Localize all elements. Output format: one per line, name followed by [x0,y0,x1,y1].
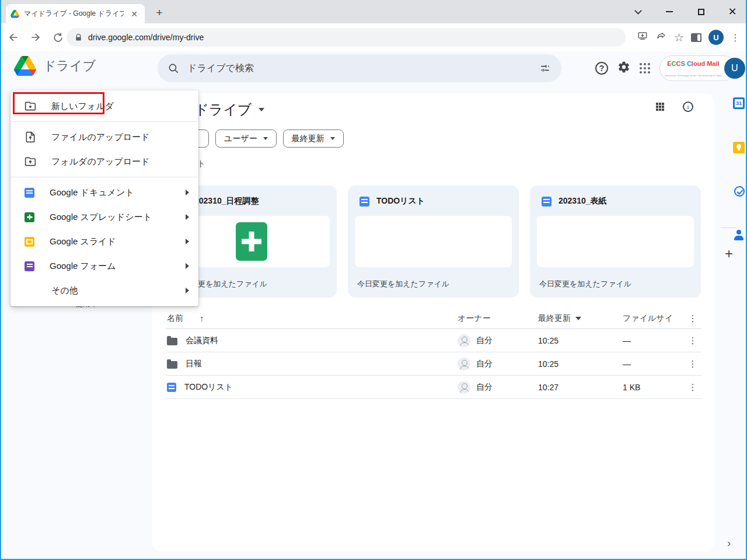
docs-icon [359,197,369,206]
card-thumbnail [355,216,512,267]
column-owner[interactable]: オーナー [458,313,491,324]
filter-chip-people[interactable]: ユーザー [215,130,277,148]
suggested-card[interactable]: 202310_表紙 今日変更を加えたファイル [530,186,701,298]
settings-gear-icon[interactable] [617,61,630,76]
row-more-icon[interactable]: ⋮ [687,382,699,393]
tab-close-icon[interactable]: ✕ [128,9,140,19]
submenu-arrow-icon [186,214,189,220]
account-brand: ECCS Cloud Mail Information Technology C… [665,58,722,78]
chrome-menu-icon[interactable]: ⋮ [731,32,740,43]
menu-item-google-forms[interactable]: Google フォーム [11,254,198,278]
forward-icon[interactable] [26,27,46,47]
google-apps-icon[interactable] [640,63,650,74]
table-row[interactable]: 日報 自分 10:25 — ⋮ [166,352,701,376]
install-icon[interactable] [637,31,648,44]
sheets-icon [25,212,34,222]
info-icon[interactable]: i [683,102,693,112]
column-name[interactable]: 名前↑ [166,313,204,324]
new-tab-button[interactable]: + [153,7,166,20]
table-row[interactable]: 会議資料 自分 10:25 — ⋮ [166,329,701,352]
drive-logo-text: ドライブ [43,57,96,75]
menu-divider [11,121,198,122]
collapse-panel-icon[interactable]: › [727,537,731,550]
drive-favicon-icon [11,10,19,18]
docs-icon [25,188,34,198]
keep-icon[interactable] [733,142,745,153]
new-menu: 新しいフォルダ ファイルのアップロード フォルダのアップロード Google ド… [11,90,198,306]
url-bar[interactable]: drive.google.com/drive/my-drive [67,28,626,47]
file-upload-icon [25,131,36,143]
title-dropdown-icon[interactable] [259,108,264,111]
docs-icon [167,383,176,392]
suggested-card[interactable]: TODOリスト 今日変更を加えたファイル [348,186,519,298]
calendar-icon[interactable]: 31 [733,97,745,109]
back-icon[interactable] [4,27,23,47]
browser-window: マイドライブ - Google ドライブ ✕ + ✕ drive.google.… [0,0,747,560]
contacts-icon[interactable] [733,229,745,241]
header-more-icon[interactable]: ⋮ [687,313,699,324]
owner-avatar [458,358,470,370]
main-content: マイドライブ i ユーザー 最終更新 ト 202310_日程調整 [152,93,714,551]
account-brand-text: ECCS Cloud Mail [667,60,719,67]
drive-logo[interactable]: ドライブ [14,56,96,76]
window-titlebar: マイドライブ - Google ドライブ ✕ + ✕ [1,0,746,23]
menu-item-folder-upload[interactable]: フォルダのアップロード [11,149,198,174]
bookmark-star-icon[interactable]: ☆ [674,31,684,44]
column-size[interactable]: ファイルサイ [623,313,673,324]
submenu-arrow-icon [186,239,189,244]
owner-avatar [458,334,470,347]
help-icon[interactable]: ? [595,62,608,75]
menu-item-google-slides[interactable]: Google スライド [11,229,198,254]
menu-item-new-folder[interactable]: 新しいフォルダ [11,94,198,118]
account-brand-subtitle: Information Technology Center, The Unive… [665,74,722,77]
account-pill[interactable]: ECCS Cloud Mail Information Technology C… [659,55,736,81]
grid-view-icon[interactable] [656,103,664,111]
table-row[interactable]: TODOリスト 自分 10:27 1 KB ⋮ [166,376,701,399]
tab-title: マイドライブ - Google ドライブ [24,9,124,19]
drive-logo-icon [14,56,36,76]
sort-caret-icon [575,317,581,320]
row-more-icon[interactable]: ⋮ [687,335,699,346]
sort-ascending-icon[interactable]: ↑ [200,313,204,323]
folder-icon [167,338,177,345]
menu-item-more[interactable]: その他 [11,278,198,303]
submenu-arrow-icon [186,288,189,293]
close-button[interactable]: ✕ [724,3,741,20]
side-panel-icon[interactable] [691,33,701,42]
owner-avatar [458,381,470,394]
search-options-icon[interactable] [539,62,551,74]
search-bar[interactable]: ドライブで検索 [158,54,561,82]
add-panel-button[interactable]: + [725,247,733,261]
drive-avatar[interactable]: U [724,58,745,79]
submenu-arrow-icon [186,190,189,195]
menu-item-google-sheets[interactable]: Google スプレッドシート [11,205,198,229]
browser-avatar[interactable]: U [708,30,724,45]
menu-item-file-upload[interactable]: ファイルのアップロード [11,125,198,149]
file-list: 名前↑ オーナー 最終更新 ファイルサイ ⋮ 会議資料 自分 10:25 — ⋮… [166,308,701,399]
browser-tab[interactable]: マイドライブ - Google ドライブ ✕ [6,4,145,23]
search-placeholder: ドライブで検索 [187,62,531,75]
docs-icon [542,197,551,206]
reload-icon[interactable] [48,27,68,47]
column-modified[interactable]: 最終更新 [538,313,581,324]
filter-chip-modified[interactable]: 最終更新 [283,130,344,148]
file-list-header: 名前↑ オーナー 最終更新 ファイルサイ ⋮ [166,308,701,329]
tasks-icon[interactable] [734,186,745,197]
suggested-section-label: ト [197,159,205,169]
slides-icon [25,237,34,247]
new-folder-icon [25,100,36,112]
sheets-logo-thumb [236,222,267,261]
url-text: drive.google.com/drive/my-drive [88,33,204,42]
folder-icon [167,361,177,369]
search-icon [168,63,179,74]
minimize-button[interactable] [661,3,678,20]
menu-item-google-docs[interactable]: Google ドキュメント [11,180,198,205]
forms-icon [25,261,34,271]
share-icon[interactable] [655,31,667,44]
lock-icon [75,33,82,42]
submenu-arrow-icon [186,263,189,269]
row-more-icon[interactable]: ⋮ [687,359,699,369]
maximize-button[interactable] [692,3,710,20]
tab-search-icon[interactable] [629,3,647,20]
card-thumbnail [537,216,694,267]
